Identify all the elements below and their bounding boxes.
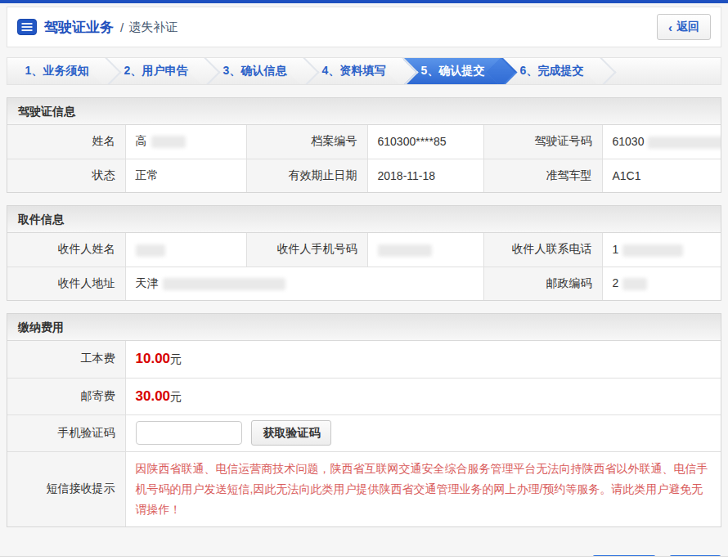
- redacted-blur: [648, 137, 721, 149]
- redacted-blur: [378, 244, 432, 257]
- fees-table: 工本费 10.00元 邮寄费 30.00元 手机验证码 获取验证码 短信接收提示…: [7, 341, 721, 526]
- pickup-info-table: 收件人姓名 收件人手机号码 收件人联系电话 1 收件人地址 天津 邮政编码 2: [7, 233, 721, 300]
- sms-captcha-label: 手机验证码: [7, 414, 125, 451]
- expiry-label: 有效期止日期: [246, 159, 367, 192]
- table-row: 邮寄费 30.00元: [7, 378, 721, 414]
- table-row: 手机验证码 获取验证码: [7, 414, 721, 451]
- sms-captcha-cell: 获取验证码: [125, 414, 721, 451]
- redacted-blur: [622, 244, 683, 257]
- breadcrumb-divider: /: [120, 20, 124, 34]
- license-menu-icon: [17, 19, 37, 35]
- vehicle-class-label: 准驾车型: [483, 159, 602, 192]
- fees-section-title: 缴纳费用: [7, 314, 721, 341]
- license-info-table: 姓名 高 档案编号 610300****85 驾驶证号码 61030 状态 正常…: [7, 125, 721, 192]
- page-header: 驾驶证业务 / 遗失补证 ‹ 返回: [7, 7, 721, 47]
- page-bottom-divider: [0, 556, 728, 560]
- postage-fee-value: 30.00元: [125, 378, 721, 414]
- back-button[interactable]: ‹ 返回: [657, 14, 711, 40]
- redacted-blur: [136, 244, 165, 257]
- page-title: 驾驶证业务: [44, 18, 114, 37]
- table-row: 收件人地址 天津 邮政编码 2: [7, 267, 721, 300]
- pickup-section-title: 取件信息: [7, 206, 721, 233]
- step-4-fill-materials[interactable]: 4、资料填写: [304, 58, 403, 84]
- name-label: 姓名: [7, 125, 125, 159]
- sms-notice-label: 短信接收提示: [7, 451, 125, 526]
- file-no-value: 610300****85: [367, 125, 483, 159]
- vehicle-class-value: A1C1: [602, 159, 721, 192]
- production-fee-unit: 元: [170, 352, 182, 365]
- recipient-tel-value: 1: [602, 233, 721, 267]
- redacted-blur: [163, 278, 285, 290]
- production-fee-amount: 10.00: [136, 351, 171, 366]
- step-wizard: 1、业务须知 2、用户申告 3、确认信息 4、资料填写 5、确认提交 6、完成提…: [7, 57, 721, 85]
- postage-fee-amount: 30.00: [136, 388, 171, 404]
- table-row: 工本费 10.00元: [7, 341, 721, 378]
- step-6-complete-submit[interactable]: 6、完成提交: [502, 58, 601, 84]
- table-row: 收件人姓名 收件人手机号码 收件人联系电话 1: [7, 233, 721, 267]
- back-button-label: 返回: [676, 20, 699, 34]
- redacted-blur: [622, 278, 647, 290]
- recipient-name-value: [125, 233, 246, 267]
- recipient-name-label: 收件人姓名: [7, 233, 125, 267]
- step-2-user-declaration[interactable]: 2、用户申告: [106, 58, 205, 84]
- sms-captcha-input[interactable]: [136, 421, 242, 445]
- name-value: 高: [125, 125, 246, 159]
- license-info-section: 驾驶证信息 姓名 高 档案编号 610300****85 驾驶证号码 61030…: [7, 97, 721, 193]
- step-5-confirm-submit-active[interactable]: 5、确认提交: [403, 58, 502, 84]
- postage-fee-unit: 元: [170, 390, 182, 403]
- production-fee-label: 工本费: [7, 341, 125, 378]
- license-no-value: 61030: [602, 125, 721, 159]
- sms-notice-cell: 因陕西省联通、电信运营商技术问题，陕西省互联网交通安全综合服务管理平台无法向持陕…: [125, 451, 721, 526]
- table-row: 状态 正常 有效期止日期 2018-11-18 准驾车型 A1C1: [7, 159, 721, 192]
- sms-notice-text: 因陕西省联通、电信运营商技术问题，陕西省互联网交通安全综合服务管理平台无法向持陕…: [136, 459, 712, 520]
- postal-code-label: 邮政编码: [483, 267, 602, 300]
- status-value: 正常: [125, 159, 246, 192]
- address-label: 收件人地址: [7, 267, 125, 300]
- redacted-blur: [151, 136, 186, 148]
- status-label: 状态: [7, 159, 125, 192]
- license-section-title: 驾驶证信息: [7, 98, 721, 125]
- pickup-info-section: 取件信息 收件人姓名 收件人手机号码 收件人联系电话 1 收件人地址 天津 邮政…: [7, 205, 721, 301]
- step-3-confirm-info[interactable]: 3、确认信息: [205, 58, 304, 84]
- expiry-value: 2018-11-18: [367, 159, 483, 192]
- table-row: 姓名 高 档案编号 610300****85 驾驶证号码 61030: [7, 125, 721, 159]
- breadcrumb-current: 遗失补证: [128, 20, 178, 35]
- get-captcha-button[interactable]: 获取验证码: [251, 420, 331, 446]
- table-row: 短信接收提示 因陕西省联通、电信运营商技术问题，陕西省互联网交通安全综合服务管理…: [7, 451, 721, 526]
- recipient-mobile-value: [367, 233, 483, 267]
- fees-section: 缴纳费用 工本费 10.00元 邮寄费 30.00元 手机验证码 获取验证码 短…: [7, 313, 721, 527]
- address-value: 天津: [125, 267, 483, 300]
- production-fee-value: 10.00元: [125, 341, 721, 378]
- postage-fee-label: 邮寄费: [7, 378, 125, 414]
- file-no-label: 档案编号: [246, 125, 367, 159]
- chevron-left-icon: ‹: [668, 21, 672, 34]
- step-1-business-notice[interactable]: 1、业务须知: [7, 58, 106, 84]
- postal-code-value: 2: [602, 267, 721, 300]
- license-no-label: 驾驶证号码: [483, 125, 602, 159]
- recipient-tel-label: 收件人联系电话: [483, 233, 602, 267]
- recipient-mobile-label: 收件人手机号码: [246, 233, 367, 267]
- page-container: 驾驶证业务 / 遗失补证 ‹ 返回 1、业务须知 2、用户申告 3、确认信息 4…: [0, 3, 728, 560]
